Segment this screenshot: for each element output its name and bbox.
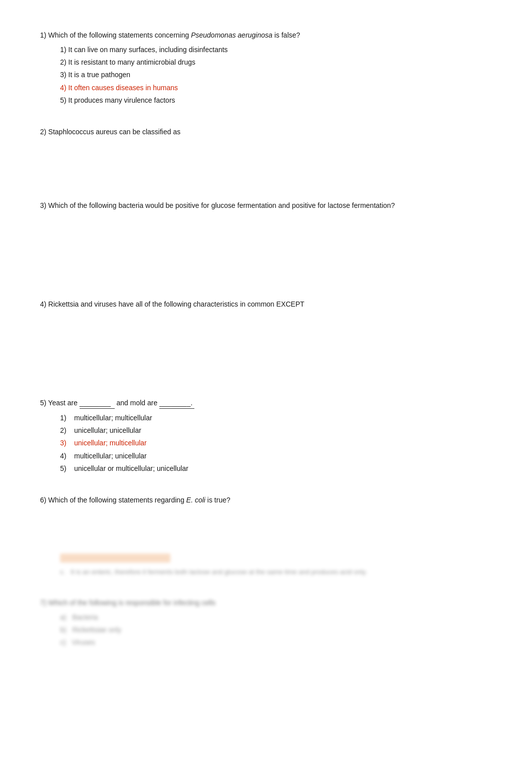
q1-answer-5: 5) It produces many virulence factors — [60, 94, 492, 107]
q7-answers: a) Bacteria b) Rickettsiae only c) Virus… — [40, 611, 492, 649]
q5-text: 5) Yeast are ________ and mold are _____… — [40, 398, 492, 409]
question-7: 7) Which of the following is responsible… — [40, 598, 492, 649]
question-3: 3) Which of the following bacteria would… — [40, 200, 492, 279]
q1-number: 1) — [40, 31, 46, 39]
q1-answer-4-correct: 4) It often causes diseases in humans — [60, 82, 492, 94]
q1-answer-1: 1) It can live on many surfaces, includi… — [60, 44, 492, 56]
q5-answer-3-correct: 3) unicellular; multicellular — [60, 437, 492, 449]
question-5: 5) Yeast are ________ and mold are _____… — [40, 398, 492, 475]
q1-prefix: Which of the following statements concer… — [48, 31, 189, 39]
question-2: 2) Staphlococcus aureus can be classifie… — [40, 127, 492, 180]
q5-blank1: ________ — [80, 398, 115, 409]
q6-highlight-bar — [60, 554, 170, 563]
q5-blank2: ________. — [159, 398, 194, 409]
q6-text: 6) Which of the following statements reg… — [40, 495, 492, 505]
q1-text: 1) Which of the following statements con… — [40, 30, 492, 41]
q7-answer-3: c) Viruses — [60, 636, 492, 649]
q6-blurred-answers: c. It is an enteric, therefore it fermen… — [40, 554, 492, 578]
q6-blurred-text: c. It is an enteric, therefore it fermen… — [60, 567, 492, 578]
question-6: 6) Which of the following statements reg… — [40, 495, 492, 578]
q1-suffix: is false? — [275, 31, 300, 39]
q3-text: 3) Which of the following bacteria would… — [40, 200, 492, 211]
q5-answers: 1) multicellular; multicellular 2) unice… — [40, 412, 492, 475]
q7-answer-2-correct: b) Rickettsiae only — [60, 624, 492, 636]
q7-answer-1: a) Bacteria — [60, 611, 492, 624]
q5-answer-2: 2) unicellular; unicellular — [60, 424, 492, 437]
q1-answer-3: 3) It is a true pathogen — [60, 69, 492, 81]
q1-organism: Pseudomonas aeruginosa — [191, 31, 273, 39]
q1-answer-2: 2) It is resistant to many antimicrobial… — [60, 56, 492, 69]
q4-text: 4) Rickettsia and viruses have all of th… — [40, 299, 492, 310]
question-4: 4) Rickettsia and viruses have all of th… — [40, 299, 492, 378]
q1-answers: 1) It can live on many surfaces, includi… — [40, 44, 492, 107]
q7-text: 7) Which of the following is responsible… — [40, 598, 492, 608]
q5-answer-4: 4) multicellular; unicellular — [60, 450, 492, 462]
q5-answer-1: 1) multicellular; multicellular — [60, 412, 492, 424]
question-1: 1) Which of the following statements con… — [40, 30, 492, 107]
q2-text: 2) Staphlococcus aureus can be classifie… — [40, 127, 492, 137]
q5-answer-5: 5) unicellular or multicellular; unicell… — [60, 462, 492, 475]
